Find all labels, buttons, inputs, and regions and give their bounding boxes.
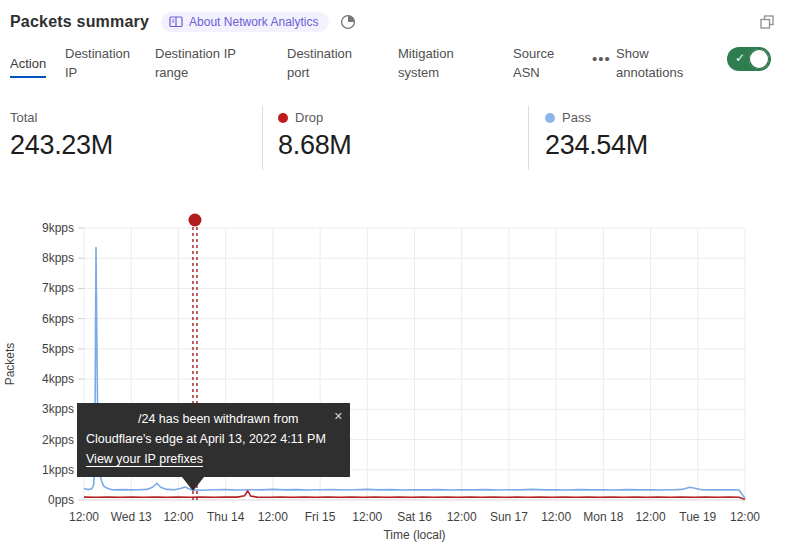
tab-destination-port[interactable]: Destination port — [287, 44, 367, 82]
stat-pass-value: 234.54M — [545, 130, 648, 161]
x-axis-title: Time (local) — [383, 528, 445, 542]
x-axis-tick-label: 12:00 — [447, 510, 477, 524]
x-axis-tick-label: 12:00 — [541, 510, 571, 524]
stat-total-value: 243.23M — [10, 130, 113, 161]
drop-legend-dot — [278, 113, 288, 123]
packets-chart: 12:00Wed 1312:00Thu 1412:00Fri 1512:00Sa… — [0, 195, 785, 555]
stat-drop-value: 8.68M — [278, 130, 352, 161]
toggle-knob — [749, 49, 769, 69]
x-axis-tick-label: 12:00 — [636, 510, 666, 524]
view-ip-prefixes-link[interactable]: View your IP prefixes — [86, 452, 203, 466]
stat-total: Total 243.23M — [10, 110, 113, 161]
y-axis-tick-label: 7kpps — [42, 281, 74, 295]
y-axis-tick-label: 8kpps — [42, 251, 74, 265]
stat-pass-label: Pass — [562, 110, 591, 125]
y-axis-tick-label: 9kpps — [42, 221, 74, 235]
x-axis-tick-label: 12:00 — [730, 510, 760, 524]
x-axis-tick-label: Sat 16 — [397, 510, 432, 524]
y-axis-tick-label: 5kpps — [42, 342, 74, 356]
tab-action[interactable]: Action — [10, 54, 46, 78]
y-axis-title: Packets — [3, 343, 17, 386]
show-annotations-label: Show annotations — [616, 44, 702, 82]
badge-label: About Network Analytics — [189, 15, 318, 29]
close-icon[interactable]: ✕ — [334, 406, 343, 426]
stat-total-label: Total — [10, 110, 37, 125]
x-axis-tick-label: Mon 18 — [583, 510, 623, 524]
x-axis-tick-label: 12:00 — [258, 510, 288, 524]
tooltip-text-line1: /24 has been withdrawn from — [86, 409, 341, 429]
y-axis-tick-label: 0pps — [48, 493, 74, 507]
expand-icon[interactable] — [759, 14, 775, 30]
tab-destination-ip[interactable]: Destination IP — [65, 44, 137, 82]
page-title: Packets summary — [10, 13, 149, 31]
tab-source-asn[interactable]: Source ASN — [513, 44, 569, 82]
about-network-analytics-badge[interactable]: About Network Analytics — [161, 12, 328, 32]
stat-pass: Pass 234.54M — [545, 110, 648, 161]
dimension-tabs: Action Destination IP Destination IP ran… — [0, 44, 785, 92]
tab-mitigation-system[interactable]: Mitigation system — [398, 44, 478, 82]
x-axis-tick-label: Wed 13 — [111, 510, 152, 524]
tooltip-pointer — [182, 477, 204, 491]
y-axis-tick-label: 6kpps — [42, 312, 74, 326]
y-axis-tick-label: 1kpps — [42, 463, 74, 477]
y-axis-tick-label: 4kpps — [42, 372, 74, 386]
show-annotations-toggle[interactable]: ✓ — [727, 47, 771, 71]
annotation-tooltip: ✕ /24 has been withdrawn from Cloudflare… — [77, 403, 350, 477]
more-tabs-button[interactable]: ••• — [592, 50, 611, 67]
pass-legend-dot — [545, 113, 555, 123]
x-axis-tick-label: Fri 15 — [305, 510, 336, 524]
y-axis-tick-label: 2kpps — [42, 433, 74, 447]
toggle-check-icon: ✓ — [735, 51, 745, 65]
tooltip-text-line2: Cloudflare's edge at April 13, 2022 4:11… — [86, 429, 341, 449]
tab-destination-ip-range[interactable]: Destination IP range — [155, 44, 251, 82]
x-axis-tick-label: 12:00 — [69, 510, 99, 524]
time-period-icon[interactable] — [339, 13, 357, 31]
x-axis-tick-label: Thu 14 — [207, 510, 245, 524]
book-icon — [169, 16, 183, 28]
stat-divider — [262, 106, 263, 170]
stat-drop: Drop 8.68M — [278, 110, 352, 161]
x-axis-tick-label: Sun 17 — [490, 510, 528, 524]
stat-drop-label: Drop — [295, 110, 323, 125]
packets-summary-panel: Packets summary About Network Analytics — [0, 0, 785, 555]
x-axis-tick-label: 12:00 — [352, 510, 382, 524]
panel-header: Packets summary About Network Analytics — [10, 8, 775, 36]
stats-row: Total 243.23M Drop 8.68M Pass 234.54M — [0, 106, 785, 176]
x-axis-tick-label: Tue 19 — [679, 510, 716, 524]
y-axis-tick-label: 3kpps — [42, 402, 74, 416]
x-axis-tick-label: 12:00 — [163, 510, 193, 524]
annotation-dot[interactable] — [188, 214, 201, 227]
stat-divider — [528, 106, 529, 170]
